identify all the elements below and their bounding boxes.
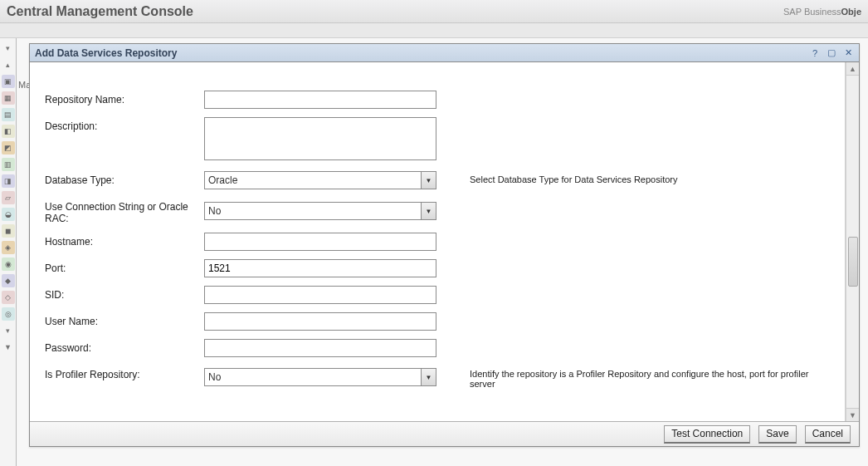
- repo-name-label: Repository Name:: [45, 91, 204, 109]
- sidebar: ▾▴▣▦▤◧◩▥◨▱◒◼◈◉◆◇◎▾▼: [0, 38, 17, 466]
- db-type-hint: Select Database Type for Data Services R…: [445, 171, 830, 189]
- cancel-button[interactable]: Cancel: [805, 425, 851, 444]
- dialog-title: Add Data Services Repository: [35, 47, 177, 59]
- port-input[interactable]: [204, 259, 436, 277]
- sidebar-icon-5[interactable]: ◧: [2, 125, 15, 138]
- scroll-thumb[interactable]: [848, 237, 858, 287]
- port-label: Port:: [45, 259, 204, 277]
- brand-text: SAP BusinessObje: [783, 7, 861, 17]
- sidebar-icon-2[interactable]: ▣: [2, 75, 15, 88]
- sidebar-icon-16[interactable]: ◎: [2, 307, 15, 321]
- is-profiler-value: No: [205, 371, 421, 383]
- password-input[interactable]: [204, 339, 436, 357]
- db-type-label: Database Type:: [45, 171, 204, 189]
- scroll-down-icon[interactable]: ▼: [846, 408, 859, 421]
- add-repository-dialog: Add Data Services Repository ? ▢ ✕ Repos…: [29, 43, 860, 447]
- sidebar-icon-17[interactable]: ▾: [2, 324, 15, 337]
- password-label: Password:: [45, 339, 204, 357]
- sidebar-icon-4[interactable]: ▤: [2, 108, 15, 121]
- sidebar-icon-3[interactable]: ▦: [2, 91, 15, 105]
- dialog-scrollbar[interactable]: ▲ ▼: [846, 62, 859, 421]
- conn-string-select[interactable]: No ▼: [204, 202, 436, 220]
- username-label: User Name:: [45, 312, 204, 331]
- sidebar-icon-6[interactable]: ◩: [2, 141, 15, 155]
- test-connection-button[interactable]: Test Connection: [664, 425, 750, 444]
- sidebar-icon-12[interactable]: ◈: [2, 241, 15, 254]
- repo-name-input[interactable]: [204, 91, 436, 109]
- chevron-down-icon: ▼: [421, 172, 436, 189]
- sidebar-icon-0[interactable]: ▾: [2, 42, 15, 55]
- sidebar-icon-7[interactable]: ▥: [2, 158, 15, 171]
- help-icon[interactable]: ?: [809, 47, 821, 59]
- chevron-down-icon: ▼: [421, 369, 436, 385]
- sidebar-icon-9[interactable]: ▱: [2, 191, 15, 204]
- dialog-form: Repository Name: Description: Database T…: [30, 62, 846, 421]
- hostname-input[interactable]: [204, 233, 436, 251]
- sid-input[interactable]: [204, 286, 436, 304]
- dialog-titlebar[interactable]: Add Data Services Repository ? ▢ ✕: [30, 44, 859, 62]
- is-profiler-label: Is Profiler Repository:: [45, 365, 204, 389]
- dialog-footer: Test Connection Save Cancel: [30, 421, 859, 446]
- app-title: Central Management Console: [7, 4, 193, 19]
- sidebar-icon-18[interactable]: ▼: [2, 341, 15, 354]
- sidebar-icon-1[interactable]: ▴: [2, 58, 15, 71]
- maximize-icon[interactable]: ▢: [826, 47, 837, 59]
- brand-prefix: SAP Business: [783, 7, 841, 17]
- description-input[interactable]: [204, 117, 436, 160]
- hostname-label: Hostname:: [45, 233, 204, 251]
- db-type-value: Oracle: [205, 174, 421, 186]
- sid-label: SID:: [45, 286, 204, 304]
- sidebar-icon-13[interactable]: ◉: [2, 258, 15, 271]
- sidebar-icon-10[interactable]: ◒: [2, 208, 15, 221]
- username-input[interactable]: [204, 312, 436, 331]
- chevron-down-icon: ▼: [421, 203, 436, 219]
- sidebar-icon-8[interactable]: ◨: [2, 174, 15, 188]
- brand-bold: Obje: [841, 7, 861, 17]
- conn-string-label: Use Connection String or Oracle RAC:: [45, 198, 204, 224]
- description-label: Description:: [45, 117, 204, 163]
- sidebar-icon-15[interactable]: ◇: [2, 291, 15, 304]
- save-button[interactable]: Save: [758, 425, 796, 444]
- close-icon[interactable]: ✕: [842, 47, 854, 59]
- scroll-up-icon[interactable]: ▲: [846, 62, 859, 76]
- app-titlebar: Central Management Console SAP BusinessO…: [0, 0, 868, 23]
- is-profiler-select[interactable]: No ▼: [204, 368, 436, 386]
- conn-string-value: No: [205, 205, 421, 217]
- sidebar-icon-14[interactable]: ◆: [2, 274, 15, 287]
- is-profiler-hint: Identify the repository is a Profiler Re…: [445, 365, 830, 389]
- db-type-select[interactable]: Oracle ▼: [204, 171, 436, 189]
- sidebar-icon-11[interactable]: ◼: [2, 224, 15, 238]
- toolbar-stub: [0, 23, 868, 38]
